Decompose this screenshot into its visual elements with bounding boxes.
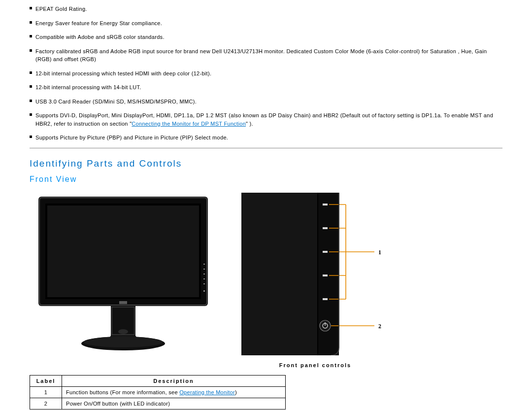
- list-item: 12-bit internal processing with 14-bit L…: [30, 83, 502, 92]
- svg-rect-4: [203, 264, 205, 265]
- table-row: 2 Power On/Off button (with LED indicato…: [30, 398, 286, 409]
- svg-rect-22: [323, 274, 328, 276]
- front-panel-figure: 1 2 Front panel controls: [241, 193, 389, 368]
- subsection-heading-front: Front View: [30, 175, 502, 184]
- svg-rect-7: [203, 278, 205, 279]
- table-row: 1 Function buttons (For more information…: [30, 386, 286, 398]
- list-item: Supports Picture by Picture (PBP) and Pi…: [30, 134, 502, 142]
- text: Function buttons (For more information, …: [66, 389, 179, 395]
- list-item: EPEAT Gold Rating.: [30, 5, 502, 13]
- svg-rect-3: [47, 206, 199, 297]
- list-item: Factory calibrated sRGB and Adobe RGB in…: [30, 47, 502, 64]
- svg-rect-19: [323, 204, 328, 206]
- svg-rect-5: [203, 269, 205, 270]
- section-heading-parts: Identifying Parts and Controls: [30, 158, 502, 169]
- list-item: USB 3.0 Card Reader (SD/Mini SD, MS/HSMD…: [30, 98, 502, 106]
- table-head-label: Label: [30, 375, 62, 386]
- cell-description: Function buttons (For more information, …: [62, 386, 286, 398]
- list-item: Supports DVI-D, DisplayPort, Mini Displa…: [30, 111, 502, 128]
- table-head-description: Description: [62, 375, 286, 386]
- svg-rect-17: [241, 193, 318, 355]
- text: Supports DVI-D, DisplayPort, Mini Displa…: [35, 112, 493, 127]
- feature-list: EPEAT Gold Rating. Energy Saver feature …: [30, 5, 502, 142]
- list-item: Compatible with Adobe and sRGB color sta…: [30, 33, 502, 41]
- list-item: Energy Saver feature for Energy Star com…: [30, 19, 502, 28]
- svg-rect-23: [323, 298, 328, 300]
- svg-rect-6: [203, 274, 205, 274]
- cell-label: 1: [30, 386, 62, 398]
- svg-rect-10: [119, 301, 127, 304]
- svg-rect-20: [323, 227, 328, 229]
- svg-rect-8: [203, 283, 205, 284]
- svg-point-15: [84, 337, 163, 347]
- operating-link[interactable]: Operating the Monitor: [179, 389, 235, 395]
- text: ): [235, 389, 237, 395]
- svg-rect-21: [323, 251, 328, 253]
- svg-rect-9: [203, 290, 205, 292]
- svg-rect-18: [317, 193, 318, 355]
- svg-point-13: [118, 329, 128, 334]
- callout-label-2: 2: [378, 323, 381, 330]
- cell-label: 2: [30, 398, 62, 409]
- list-item: 12-bit internal processing which tested …: [30, 69, 502, 78]
- monitor-front-figure: [34, 193, 212, 355]
- cell-description: Power On/Off button (with LED indicator): [62, 398, 286, 409]
- divider: [30, 148, 502, 148]
- label-table: Label Description 1 Function buttons (Fo…: [30, 375, 286, 410]
- text: " ).: [246, 121, 253, 127]
- panel-caption: Front panel controls: [279, 362, 351, 368]
- mst-link[interactable]: Connecting the Monitor for DP MST Functi…: [132, 121, 246, 127]
- figure-row: 1 2 Front panel controls: [30, 193, 502, 368]
- callout-label-1: 1: [378, 249, 381, 256]
